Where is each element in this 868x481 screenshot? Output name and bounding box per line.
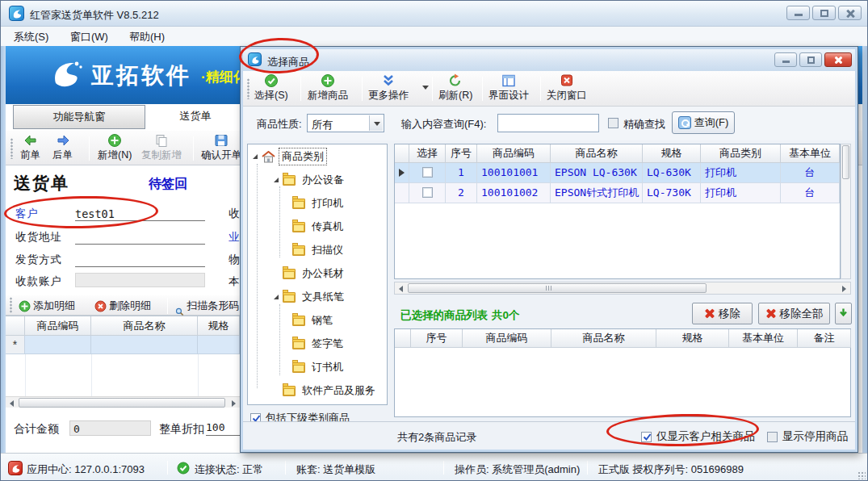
nature-select[interactable]: 所有 — [307, 114, 384, 132]
field-label-shipping: 发货方式 — [15, 253, 62, 267]
products-grid-vscrollbar[interactable] — [841, 144, 851, 279]
shipping-input[interactable] — [75, 253, 205, 267]
confirm-order-button[interactable]: 确认开单 — [201, 133, 241, 162]
cell-unit[interactable]: 台 — [781, 163, 840, 183]
account-input[interactable] — [75, 273, 205, 287]
discount-input[interactable]: 100 — [206, 421, 240, 436]
col-seq[interactable]: 序号 — [446, 144, 477, 163]
cell-category[interactable]: 打印机 — [701, 183, 781, 203]
address-input[interactable] — [75, 231, 205, 245]
tree-item-marker[interactable]: 签字笔 — [248, 333, 346, 354]
refresh-button[interactable]: 刷新(R) — [438, 73, 472, 102]
dialog-close-button[interactable] — [824, 52, 852, 67]
next-order-button[interactable]: 后单 — [52, 133, 73, 162]
query-input[interactable] — [497, 114, 599, 132]
cell-name[interactable]: EPSON LQ-630K — [551, 163, 643, 183]
exact-search-checkbox[interactable] — [608, 118, 619, 128]
add-detail-button[interactable]: 添加明细 — [19, 299, 75, 313]
dialog-maximize-button[interactable] — [799, 52, 822, 67]
search-button[interactable]: 查询(F) — [672, 111, 735, 134]
col-name[interactable]: 商品名称 — [551, 144, 643, 163]
remove-button[interactable]: 移除 — [692, 303, 753, 324]
show-disabled-checkbox[interactable] — [767, 432, 778, 442]
cell-code[interactable]: 100101001 — [477, 163, 551, 183]
cell-spec[interactable]: LQ-730K — [643, 183, 701, 203]
row-checkbox-cell[interactable] — [409, 163, 446, 183]
tree-item-scanner[interactable]: 扫描仪 — [248, 240, 346, 261]
tree-item-software[interactable]: 软件产品及服务 — [248, 380, 378, 401]
detail-grid-hscrollbar[interactable] — [6, 396, 240, 408]
col-select[interactable]: 选择 — [409, 144, 446, 163]
col-header-name[interactable]: 商品名称 — [91, 316, 198, 336]
cell-code[interactable]: 100101002 — [477, 183, 551, 203]
new-row-marker: * — [6, 336, 25, 354]
close-window-button[interactable]: 关闭窗口 — [547, 73, 587, 102]
delete-detail-button[interactable]: 删除明细 — [94, 299, 151, 313]
tree-item-stationery[interactable]: 文具纸笔 — [248, 287, 346, 307]
cell-unit[interactable]: 台 — [781, 183, 840, 203]
minimize-button[interactable] — [786, 6, 810, 20]
dialog-minimize-button[interactable] — [774, 52, 797, 67]
ui-design-button[interactable]: 界面设计 — [489, 73, 529, 102]
x-circle-icon — [94, 300, 107, 312]
tree-expander-icon[interactable] — [252, 153, 258, 160]
combo-dropdown-button[interactable] — [369, 115, 383, 131]
menu-window[interactable]: 窗口(W) — [67, 30, 111, 44]
tree-item-root[interactable]: 商品类别 — [248, 146, 327, 167]
exact-search-label[interactable]: 精确查找 — [623, 117, 665, 132]
col-code[interactable]: 商品编码 — [463, 329, 551, 348]
cell-category[interactable]: 打印机 — [701, 163, 781, 183]
col-unit[interactable]: 基本单位 — [729, 329, 798, 348]
products-grid-hscrollbar[interactable] — [394, 282, 851, 295]
cell-spec[interactable]: LQ-630K — [643, 163, 701, 183]
customer-only-checkbox[interactable] — [641, 432, 652, 442]
remove-all-button[interactable]: 移除全部 — [758, 303, 830, 324]
customer-input[interactable]: test01 — [75, 207, 205, 221]
col-seq[interactable]: 序号 — [411, 329, 463, 348]
cell-seq[interactable]: 1 — [446, 163, 477, 183]
prev-order-button[interactable]: 前单 — [20, 133, 40, 162]
col-spec[interactable]: 规格 — [656, 329, 729, 348]
col-note[interactable]: 备注 — [798, 329, 851, 348]
tree-item-office-supplies[interactable]: 办公耗材 — [248, 263, 346, 284]
cell-name[interactable]: EPSON针式打印机 — [551, 183, 643, 203]
col-unit[interactable]: 基本单位 — [781, 144, 840, 163]
col-spec[interactable]: 规格 — [643, 144, 701, 163]
tree-item-stapler[interactable]: 订书机 — [248, 357, 346, 378]
tree-expander-icon[interactable] — [273, 294, 279, 300]
close-button[interactable] — [838, 6, 862, 20]
export-down-button[interactable] — [835, 303, 852, 324]
tree-item-office-equip[interactable]: 办公设备 — [248, 169, 346, 190]
brand-logo-icon — [48, 56, 85, 96]
partial-label-4: 本 — [229, 274, 240, 289]
more-actions-dropdown-arrow[interactable] — [422, 86, 429, 90]
tree-item-printer[interactable]: 打印机 — [248, 193, 346, 214]
menu-system[interactable]: 系统(S) — [10, 30, 52, 44]
tree-expander-icon[interactable] — [273, 177, 279, 183]
col-header-spec[interactable]: 规格 — [198, 316, 240, 336]
tab-function-nav[interactable]: 功能导航窗 — [13, 105, 145, 129]
row-checkbox-cell[interactable] — [409, 183, 446, 203]
col-category[interactable]: 商品类别 — [701, 144, 781, 163]
row-marker-cell — [395, 163, 409, 183]
tree-item-pen[interactable]: 钢笔 — [248, 310, 335, 331]
maximize-button[interactable] — [812, 6, 836, 20]
menu-help[interactable]: 帮助(H) — [126, 30, 168, 44]
new-order-button[interactable]: 新增(N) — [98, 133, 132, 162]
cell-seq[interactable]: 2 — [446, 183, 477, 203]
copy-new-button[interactable]: 复制新增 — [141, 133, 182, 162]
select-button[interactable]: 选择(S) — [254, 73, 288, 102]
col-header-code[interactable]: 商品编码 — [25, 316, 91, 336]
customer-only-option[interactable]: 仅显示客户相关商品 — [641, 429, 755, 444]
more-actions-button[interactable]: 更多操作 — [368, 73, 409, 102]
tree-item-fax[interactable]: 传真机 — [248, 216, 346, 237]
new-row-cell[interactable] — [198, 336, 240, 354]
col-name[interactable]: 商品名称 — [551, 329, 656, 348]
show-disabled-option[interactable]: 显示停用商品 — [767, 429, 848, 444]
col-code[interactable]: 商品编码 — [477, 144, 551, 163]
resize-grip[interactable] — [858, 471, 866, 479]
new-product-button[interactable]: 新增商品 — [308, 73, 348, 102]
new-row-cell[interactable] — [91, 336, 198, 354]
new-row-cell[interactable] — [25, 336, 91, 354]
tab-delivery-order[interactable]: 送货单 — [145, 104, 245, 130]
